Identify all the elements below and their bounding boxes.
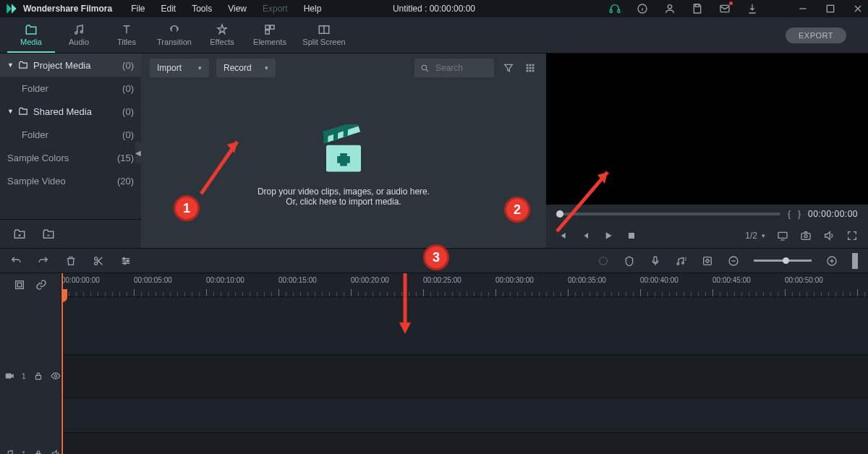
- chevron-down-icon: ▾: [198, 64, 202, 72]
- audio-track-1[interactable]: [61, 432, 868, 454]
- ruler-label: 00:00:20:00: [351, 276, 389, 284]
- svg-point-59: [682, 262, 684, 264]
- sidebar-count: (0): [122, 106, 134, 117]
- video-track-icon: [4, 371, 14, 381]
- link-icon[interactable]: [35, 279, 47, 291]
- zoom-to-fit-icon[interactable]: [852, 253, 858, 269]
- svg-rect-69: [17, 283, 21, 286]
- svg-rect-28: [529, 67, 532, 69]
- timeline-empty-area[interactable]: [61, 296, 868, 354]
- snapshot-icon[interactable]: [800, 230, 812, 241]
- fullscreen-icon[interactable]: [846, 230, 858, 241]
- download-icon[interactable]: [746, 3, 758, 14]
- tab-titles-label: Titles: [117, 38, 136, 46]
- info-icon[interactable]: [637, 3, 648, 14]
- user-icon[interactable]: [664, 3, 676, 14]
- ruler-label: 00:00:00:00: [61, 276, 100, 284]
- menu-help[interactable]: Help: [304, 4, 322, 14]
- tab-elements[interactable]: Elements: [246, 18, 294, 53]
- grid-view-icon[interactable]: [523, 61, 537, 75]
- stop-icon[interactable]: [626, 230, 637, 241]
- tab-split-screen[interactable]: Split Screen: [294, 18, 354, 53]
- minimize-icon[interactable]: [797, 3, 809, 14]
- undo-icon[interactable]: [10, 255, 22, 267]
- module-tabs: Media Audio Titles Transition Effects El…: [0, 17, 868, 53]
- svg-point-55: [124, 262, 126, 265]
- render-icon[interactable]: [597, 255, 609, 267]
- lock-icon[interactable]: [33, 371, 43, 381]
- ruler-label: 00:00:05:00: [134, 276, 172, 284]
- tab-media[interactable]: Media: [7, 18, 55, 53]
- close-icon[interactable]: [852, 3, 864, 14]
- ruler-label: 00:00:25:00: [423, 276, 461, 284]
- playback-quality-dropdown[interactable]: 1/2▾: [745, 231, 765, 241]
- redo-icon[interactable]: [38, 255, 49, 267]
- keyframe-icon[interactable]: [702, 255, 713, 267]
- visibility-icon[interactable]: [51, 371, 61, 381]
- menu-edit[interactable]: Edit: [161, 4, 176, 14]
- collapse-sidebar-button[interactable]: ◀: [135, 142, 141, 163]
- clapperboard-icon: [315, 124, 373, 176]
- video-track-1[interactable]: [61, 354, 868, 398]
- save-icon[interactable]: [692, 3, 703, 14]
- svg-rect-71: [35, 375, 41, 379]
- manage-tracks-icon[interactable]: [14, 279, 25, 291]
- sidebar-item-sample-video[interactable]: Sample Video (20): [0, 169, 141, 192]
- sidebar-item-folder[interactable]: Folder (0): [0, 77, 141, 100]
- voiceover-icon[interactable]: [650, 255, 661, 267]
- menu-view[interactable]: View: [228, 4, 247, 14]
- zoom-in-icon[interactable]: [826, 255, 838, 267]
- sidebar-item-shared-media[interactable]: ▼ Shared Media (0): [0, 100, 141, 123]
- tab-effects[interactable]: Effects: [198, 18, 246, 53]
- video-track-header[interactable]: 1: [0, 354, 61, 398]
- delete-folder-icon[interactable]: [42, 228, 55, 241]
- audio-track-header[interactable]: 1: [0, 432, 61, 454]
- sidebar-item-sample-colors[interactable]: Sample Colors (15): [0, 146, 141, 169]
- playhead[interactable]: [61, 273, 63, 454]
- search-field[interactable]: [414, 59, 494, 77]
- sidebar-item-folder-2[interactable]: Folder (0): [0, 123, 141, 146]
- tab-audio[interactable]: Audio: [55, 18, 103, 53]
- display-icon[interactable]: [777, 230, 788, 241]
- audio-mixer-icon[interactable]: [676, 255, 687, 267]
- tab-transition[interactable]: Transition: [150, 18, 198, 53]
- zoom-slider[interactable]: [754, 260, 812, 262]
- lock-icon[interactable]: [33, 449, 43, 454]
- adjust-icon[interactable]: [120, 255, 132, 267]
- headset-icon[interactable]: [609, 3, 621, 14]
- zoom-out-icon[interactable]: [728, 255, 739, 267]
- timeline-ruler[interactable]: 00:00:00:0000:00:05:0000:00:10:0000:00:1…: [61, 273, 868, 296]
- import-dropdown[interactable]: Import▾: [150, 59, 209, 77]
- delete-icon[interactable]: [65, 255, 77, 267]
- export-button[interactable]: EXPORT: [786, 27, 846, 43]
- mark-in-icon[interactable]: {: [788, 209, 791, 219]
- chevron-down-icon: ▾: [762, 232, 765, 239]
- svg-rect-31: [529, 70, 532, 72]
- svg-rect-40: [337, 156, 350, 163]
- svg-rect-25: [529, 64, 532, 67]
- annotation-arrow-1: [194, 129, 252, 201]
- media-sidebar: ▼ Project Media (0) Folder (0) ▼ Shared …: [0, 53, 141, 248]
- mail-icon[interactable]: [719, 3, 731, 14]
- sidebar-label: Shared Media: [33, 106, 122, 117]
- split-icon[interactable]: [93, 255, 104, 267]
- filter-icon[interactable]: [501, 61, 516, 75]
- menu-file[interactable]: File: [131, 4, 145, 14]
- marker-icon[interactable]: [624, 255, 635, 267]
- sidebar-item-project-media[interactable]: ▼ Project Media (0): [0, 53, 141, 77]
- svg-point-56: [600, 257, 608, 265]
- svg-rect-1: [618, 9, 620, 12]
- preview-timecode: 00:00:00:00: [808, 209, 858, 219]
- svg-line-78: [557, 172, 608, 231]
- maximize-icon[interactable]: [825, 3, 836, 14]
- mark-out-icon[interactable]: }: [798, 209, 801, 219]
- menu-export[interactable]: Export: [263, 4, 288, 14]
- record-dropdown[interactable]: Record▾: [216, 59, 276, 77]
- menu-tools[interactable]: Tools: [192, 4, 212, 14]
- volume-icon[interactable]: [823, 230, 835, 241]
- annotation-badge-3: 3: [423, 244, 449, 270]
- mute-icon[interactable]: [51, 449, 61, 454]
- tab-titles[interactable]: Titles: [103, 18, 150, 53]
- new-folder-icon[interactable]: [13, 228, 26, 241]
- search-input[interactable]: [434, 62, 485, 74]
